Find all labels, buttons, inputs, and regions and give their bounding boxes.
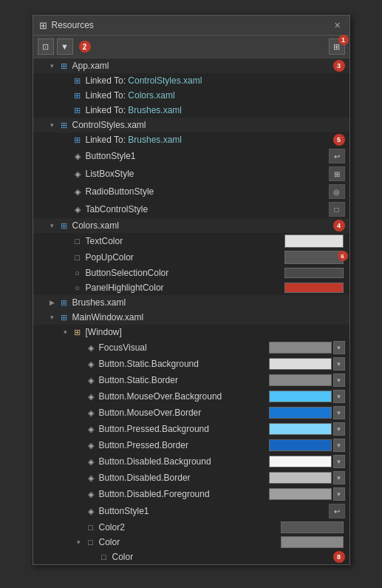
tree-item-buttonstyle1[interactable]: ◈ ButtonStyle1 ↩ bbox=[33, 147, 349, 165]
tree-item-app-linked1[interactable]: ⊞ Linked To: ControlStyles.xaml bbox=[33, 73, 349, 88]
buttonselectioncolor-swatch-container bbox=[284, 268, 345, 278]
app-linked3-label: Linked To: Brushes.xaml bbox=[86, 105, 345, 115]
no-expand-bdb bbox=[73, 456, 85, 467]
style-icon-4: ◈ bbox=[72, 203, 83, 215]
tree-item-buttonstyle1-2[interactable]: ◈ ButtonStyle1 ↩ bbox=[33, 502, 349, 520]
tree-item-focusvisual[interactable]: ◈ FocusVisual ▼ bbox=[33, 339, 349, 356]
btn-static-border-label: Button.Static.Border bbox=[99, 375, 269, 385]
btn-pressed-border-dropdown[interactable]: ▼ bbox=[333, 439, 345, 452]
btn-static-bg-dropdown[interactable]: ▼ bbox=[333, 357, 345, 371]
btn-disabled-fg-icon: ◈ bbox=[85, 488, 97, 500]
btn-mouseover-bg-dropdown[interactable]: ▼ bbox=[333, 390, 345, 403]
link-icon-cs1: ⊞ bbox=[72, 134, 83, 146]
color-sub-label: Color bbox=[112, 552, 330, 562]
color-icon-1: □ bbox=[72, 235, 83, 247]
badge-8: 8 bbox=[333, 551, 345, 563]
btn-disabled-bg-dropdown[interactable]: ▼ bbox=[333, 455, 345, 468]
tree-item-tabcontrolstyle[interactable]: ◈ TabControlStyle □ bbox=[33, 200, 349, 218]
badge-2: 2 bbox=[79, 41, 91, 53]
radiobuttonstyle-action[interactable]: ◎ bbox=[329, 184, 345, 199]
btn-mouseover-bg-swatch[interactable] bbox=[269, 391, 332, 402]
btn-static-border-swatch[interactable] bbox=[269, 374, 332, 386]
toolbar-btn-2[interactable]: ▼ bbox=[57, 38, 73, 55]
toolbar-right: ⊞ 1 bbox=[329, 38, 345, 55]
buttonstyle1-action[interactable]: ↩ bbox=[329, 149, 345, 163]
btn-disabled-fg-dropdown[interactable]: ▼ bbox=[333, 487, 345, 501]
focusvisual-swatch-container: ▼ bbox=[269, 341, 345, 354]
btn-pressed-bg-swatch[interactable] bbox=[269, 423, 332, 435]
expand-brushes: ▶ bbox=[47, 297, 58, 308]
tree-item-btn-pressed-bg[interactable]: ◈ Button.Pressed.Background ▼ bbox=[33, 421, 349, 437]
panelhighlightcolor-swatch[interactable] bbox=[284, 283, 344, 293]
btn-static-border-swatch-container: ▼ bbox=[269, 374, 345, 387]
resources-window: ⊞ Resources × ⊡ ▼ 2 ⊞ 1 bbox=[33, 15, 350, 565]
xaml-icon: ⊞ bbox=[58, 60, 70, 72]
btn-pressed-bg-dropdown[interactable]: ▼ bbox=[333, 422, 345, 436]
window-title: Resources bbox=[52, 20, 94, 30]
xaml-icon-mainwindow: ⊞ bbox=[58, 311, 70, 323]
tree-item-radiobuttonstyle[interactable]: ◈ RadioButtonStyle ◎ bbox=[33, 183, 349, 200]
no-expand-bs12 bbox=[73, 505, 85, 517]
no-expand-csub bbox=[86, 551, 98, 563]
textcolor-swatch[interactable] bbox=[284, 234, 344, 248]
tree-item-buttonselectioncolor[interactable]: ○ ButtonSelectionColor bbox=[33, 266, 349, 280]
tree-item-btn-mouseover-border[interactable]: ◈ Button.MouseOver.Border ▼ bbox=[33, 405, 349, 421]
tree-item-controlstyles[interactable]: ▾ ⊞ ControlStyles.xaml bbox=[33, 118, 349, 132]
tree-item-colors[interactable]: ▾ ⊞ Colors.xaml 4 bbox=[33, 218, 349, 233]
tabcontrolstyle-action[interactable]: □ bbox=[329, 202, 345, 217]
toolbar-btn-1[interactable]: ⊡ bbox=[38, 38, 54, 55]
popupcolor-swatch[interactable] bbox=[284, 251, 344, 264]
add-resource-button[interactable]: ⊞ 1 bbox=[329, 38, 345, 55]
btn-disabled-border-dropdown[interactable]: ▼ bbox=[333, 471, 345, 484]
tree-item-panelhighlightcolor[interactable]: ○ PanelHighlightColor bbox=[33, 280, 349, 295]
btn-pressed-border-swatch[interactable] bbox=[269, 439, 332, 451]
expand-color: ▾ bbox=[73, 536, 85, 548]
tree-item-color[interactable]: ▾ □ Color bbox=[33, 535, 349, 550]
buttonselectioncolor-swatch[interactable] bbox=[284, 268, 344, 278]
tree-item-btn-disabled-bg[interactable]: ◈ Button.Disabled.Background ▼ bbox=[33, 453, 349, 470]
tree-item-mainwindow[interactable]: ▾ ⊞ MainWindow.xaml bbox=[33, 310, 349, 325]
color2-swatch[interactable] bbox=[281, 521, 344, 533]
tree-item-color2[interactable]: □ Color2 bbox=[33, 520, 349, 535]
focusvisual-dropdown[interactable]: ▼ bbox=[333, 341, 345, 354]
window-label: [Window] bbox=[86, 327, 345, 337]
tree-item-app-linked3[interactable]: ⊞ Linked To: Brushes.xaml bbox=[33, 103, 349, 118]
focusvisual-swatch[interactable] bbox=[269, 342, 332, 354]
btn-disabled-border-swatch[interactable] bbox=[269, 472, 332, 484]
tree-content: ▾ ⊞ App.xaml 3 ⊞ Linked To: ControlStyle… bbox=[33, 58, 349, 564]
btn-static-bg-swatch[interactable] bbox=[269, 358, 332, 370]
tree-item-listboxstyle[interactable]: ◈ ListBoxStyle ⊞ bbox=[33, 165, 349, 183]
textcolor-label: TextColor bbox=[86, 236, 284, 246]
btn-static-border-dropdown[interactable]: ▼ bbox=[333, 374, 345, 387]
close-button[interactable]: × bbox=[332, 19, 344, 31]
tree-item-app-xaml[interactable]: ▾ ⊞ App.xaml 3 bbox=[33, 58, 349, 73]
listboxstyle-action[interactable]: ⊞ bbox=[329, 166, 345, 181]
btn-disabled-fg-swatch[interactable] bbox=[269, 488, 332, 500]
buttonstyle1-2-action[interactable]: ↩ bbox=[329, 504, 345, 518]
no-expand-tc bbox=[60, 235, 72, 247]
tabcontrolstyle-label: TabControlStyle bbox=[86, 204, 329, 214]
btn-pressed-border-swatch-container: ▼ bbox=[269, 439, 345, 452]
tree-item-app-linked2[interactable]: ⊞ Linked To: Colors.xaml bbox=[33, 88, 349, 103]
brushes-label: Brushes.xaml bbox=[72, 297, 345, 308]
link-icon-2: ⊞ bbox=[72, 89, 83, 101]
tree-item-textcolor[interactable]: □ TextColor bbox=[33, 233, 349, 249]
tree-item-btn-disabled-fg[interactable]: ◈ Button.Disabled.Foreground ▼ bbox=[33, 486, 349, 502]
copy-icon: ⊡ bbox=[42, 42, 49, 52]
btn-mouseover-border-swatch[interactable] bbox=[269, 407, 332, 419]
tree-item-cs-linked1[interactable]: ⊞ Linked To: Brushes.xaml 5 bbox=[33, 132, 349, 147]
tree-item-btn-mouseover-bg[interactable]: ◈ Button.MouseOver.Background ▼ bbox=[33, 388, 349, 405]
tree-item-popupcolor[interactable]: □ PopUpColor 6 bbox=[33, 249, 349, 266]
btn-disabled-bg-swatch[interactable] bbox=[269, 456, 332, 467]
color-swatch[interactable] bbox=[281, 536, 344, 548]
tree-item-btn-static-border[interactable]: ◈ Button.Static.Border ▼ bbox=[33, 372, 349, 388]
btn-disabled-fg-swatch-container: ▼ bbox=[269, 487, 345, 501]
tree-item-btn-static-bg[interactable]: ◈ Button.Static.Background ▼ bbox=[33, 356, 349, 372]
tree-item-color-sub[interactable]: □ Color 8 bbox=[33, 550, 349, 564]
tree-item-brushes[interactable]: ▶ ⊞ Brushes.xaml bbox=[33, 295, 349, 310]
tree-item-btn-disabled-border[interactable]: ◈ Button.Disabled.Border ▼ bbox=[33, 470, 349, 486]
tree-item-btn-pressed-border[interactable]: ◈ Button.Pressed.Border ▼ bbox=[33, 437, 349, 453]
btn-mouseover-bg-swatch-container: ▼ bbox=[269, 390, 345, 403]
btn-mouseover-border-dropdown[interactable]: ▼ bbox=[333, 406, 345, 419]
tree-item-window[interactable]: ▾ ⊞ [Window] bbox=[33, 325, 349, 339]
